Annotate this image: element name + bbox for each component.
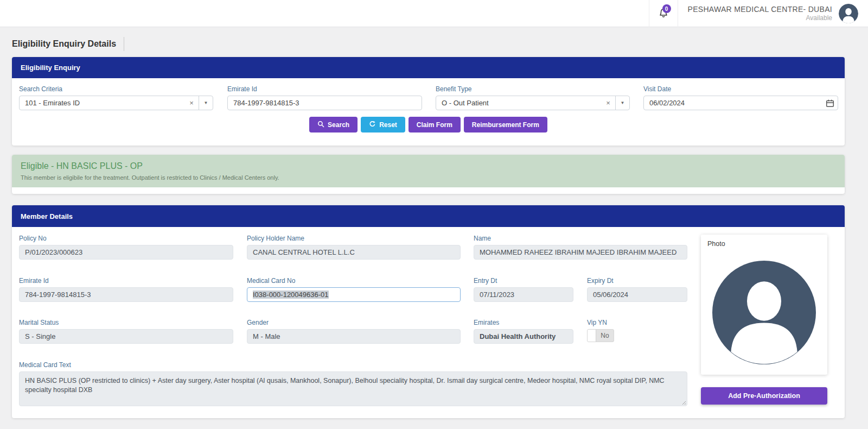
notifications-button[interactable]: 0 xyxy=(649,0,678,27)
marital-status-value: S - Single xyxy=(19,329,233,344)
clear-icon[interactable]: × xyxy=(185,96,198,110)
policy-no-field: Policy No P/01/2023/000623 xyxy=(19,235,233,260)
vip-toggle[interactable]: No xyxy=(587,329,614,342)
benefit-type-select[interactable]: O - Out Patient × ▼ xyxy=(436,96,630,110)
expiry-dt-field: Expiry Dt 05/06/2024 xyxy=(587,277,687,302)
marital-status-label: Marital Status xyxy=(19,319,233,326)
eligibility-result-panel: Eligible - HN BASIC PLUS - OP This membe… xyxy=(12,155,845,194)
member-name-field: Name MOHAMMED RAHEEZ IBRAHIM MAJEED IBRA… xyxy=(474,235,687,260)
entry-dt-value: 07/11/2023 xyxy=(474,287,573,302)
visit-date-field: Visit Date xyxy=(643,85,838,110)
reset-button[interactable]: Reset xyxy=(361,117,405,133)
chevron-down-icon[interactable]: ▼ xyxy=(199,96,213,110)
search-criteria-label: Search Criteria xyxy=(19,85,213,93)
medical-card-no-field: Medical Card No I038-000-120049636-01 xyxy=(247,277,461,302)
vip-yn-label: Vip YN xyxy=(587,319,687,326)
medical-card-text-field: Medical Card Text HN BASIC PLUS (OP rest… xyxy=(19,361,687,406)
person-icon xyxy=(839,16,858,23)
entry-dt-field: Entry Dt 07/11/2023 xyxy=(474,277,573,302)
gender-value: M - Male xyxy=(247,329,461,344)
member-name-value: MOHAMMED RAHEEZ IBRAHIM MAJEED IBRAHIM M… xyxy=(474,245,687,260)
medical-card-text-area[interactable]: HN BASIC PLUS (OP restricted to clinics)… xyxy=(19,371,687,406)
medical-card-no-label: Medical Card No xyxy=(247,277,461,285)
photo-card: Photo xyxy=(701,235,827,375)
gender-label: Gender xyxy=(247,319,461,326)
reset-icon xyxy=(369,121,376,129)
reimbursement-form-button-label: Reimbursement Form xyxy=(472,121,539,129)
title-divider xyxy=(124,37,124,51)
emirates-label: Emirates xyxy=(474,319,573,326)
photo-label: Photo xyxy=(707,240,821,248)
user-avatar[interactable] xyxy=(839,4,858,23)
reimbursement-form-button[interactable]: Reimbursement Form xyxy=(464,117,547,133)
topbar: 0 PESHAWAR MEDICAL CENTRE- DUBAI Availab… xyxy=(0,0,868,27)
gender-field: Gender M - Male xyxy=(247,319,461,344)
clinic-name: PESHAWAR MEDICAL CENTRE- DUBAI xyxy=(688,5,832,15)
member-photo-placeholder-icon xyxy=(712,261,816,364)
eligibility-alert-title: Eligible - HN BASIC PLUS - OP xyxy=(21,161,845,171)
policy-holder-name-value: CANAL CENTRAL HOTEL L.L.C xyxy=(247,245,461,260)
claim-form-button-label: Claim Form xyxy=(417,121,452,129)
search-criteria-value: 101 - Emirates ID xyxy=(25,99,80,107)
enquiry-actions: Search Reset Claim Form Reimbursement Fo… xyxy=(12,117,845,133)
visit-date-label: Visit Date xyxy=(643,85,838,93)
page-title: Eligibility Enquiry Details xyxy=(12,39,116,49)
search-icon xyxy=(317,121,324,129)
emirate-id-field: Emirate Id xyxy=(227,85,422,110)
policy-no-value: P/01/2023/000623 xyxy=(19,245,233,260)
search-button[interactable]: Search xyxy=(309,117,358,133)
medical-card-no-value: I038-000-120049636-01 xyxy=(253,291,329,299)
emirates-field: Emirates Dubai Health Authority xyxy=(474,319,573,344)
search-criteria-select[interactable]: 101 - Emirates ID × ▼ xyxy=(19,96,213,110)
visit-date-input[interactable] xyxy=(643,96,838,110)
expiry-dt-value: 05/06/2024 xyxy=(587,287,687,302)
eligibility-enquiry-panel: Eligibility Enquiry Search Criteria 101 … xyxy=(12,57,845,146)
eligibility-alert: Eligible - HN BASIC PLUS - OP This membe… xyxy=(12,155,845,187)
user-status: Available xyxy=(688,14,832,22)
benefit-type-label: Benefit Type xyxy=(436,85,630,93)
expiry-dt-label: Expiry Dt xyxy=(587,277,687,285)
reset-button-label: Reset xyxy=(379,121,397,129)
emirate-id-label: Emirate Id xyxy=(227,85,422,93)
eligibility-alert-message: This member is eligibile for the treatme… xyxy=(21,174,845,181)
policy-holder-name-field: Policy Holder Name CANAL CENTRAL HOTEL L… xyxy=(247,235,461,260)
vip-yn-field: Vip YN No xyxy=(587,319,687,342)
search-button-label: Search xyxy=(328,121,349,129)
member-emirate-id-field: Emirate Id 784-1997-9814815-3 xyxy=(19,277,233,302)
resize-handle[interactable] xyxy=(681,400,686,405)
panel-header: Eligibility Enquiry xyxy=(12,57,845,78)
search-criteria-field: Search Criteria 101 - Emirates ID × ▼ xyxy=(19,85,213,110)
vip-yn-value: No xyxy=(596,332,614,339)
topbar-divider xyxy=(678,0,678,27)
toggle-knob xyxy=(588,329,596,342)
notification-badge: 0 xyxy=(662,4,671,13)
page-title-row: Eligibility Enquiry Details xyxy=(12,37,124,51)
emirates-value: Dubai Health Authority xyxy=(474,329,573,344)
benefit-type-value: O - Out Patient xyxy=(442,99,489,107)
medical-card-no-input[interactable]: I038-000-120049636-01 xyxy=(247,287,461,302)
clear-icon[interactable]: × xyxy=(602,96,615,110)
chevron-down-icon[interactable]: ▼ xyxy=(615,96,629,110)
marital-status-field: Marital Status S - Single xyxy=(19,319,233,344)
medical-card-text-value: HN BASIC PLUS (OP restricted to clinics)… xyxy=(25,377,665,394)
user-info: PESHAWAR MEDICAL CENTRE- DUBAI Available xyxy=(688,5,832,23)
member-details-panel: Member Details Policy No P/01/2023/00062… xyxy=(12,205,845,418)
member-emirate-id-label: Emirate Id xyxy=(19,277,233,285)
policy-no-label: Policy No xyxy=(19,235,233,242)
member-name-label: Name xyxy=(474,235,687,242)
calendar-icon[interactable] xyxy=(825,98,835,108)
panel-header: Member Details xyxy=(12,205,845,227)
medical-card-text-label: Medical Card Text xyxy=(19,361,687,369)
policy-holder-name-label: Policy Holder Name xyxy=(247,235,461,242)
add-pre-authorization-button[interactable]: Add Pre-Authorization xyxy=(701,387,827,405)
entry-dt-label: Entry Dt xyxy=(474,277,573,285)
claim-form-button[interactable]: Claim Form xyxy=(409,117,461,133)
emirate-id-input[interactable] xyxy=(227,96,422,110)
benefit-type-field: Benefit Type O - Out Patient × ▼ xyxy=(436,85,630,110)
member-emirate-id-value: 784-1997-9814815-3 xyxy=(19,287,233,302)
